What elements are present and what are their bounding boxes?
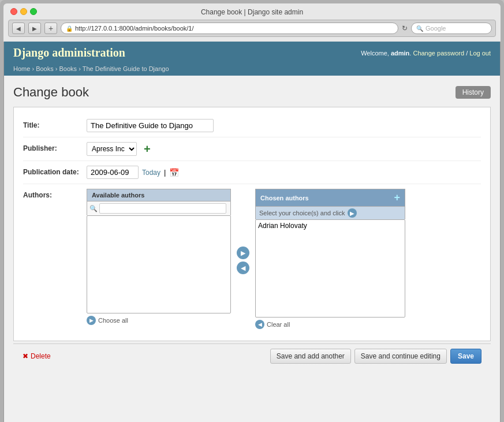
- pubdate-label: Publication date:: [23, 166, 87, 176]
- authors-widget: Available authors 🔍 ▶ Choose all: [87, 189, 481, 329]
- date-input-group: Today | 📅: [87, 166, 481, 179]
- chosen-authors-header: Chosen authors +: [255, 189, 405, 206]
- user-info: Welcome, admin. Change password / Log ou…: [361, 50, 491, 57]
- title-label: Title:: [23, 119, 87, 129]
- move-left-button[interactable]: ◀: [237, 262, 249, 274]
- chosen-authors-panel: Chosen authors + Select your choice(s) a…: [255, 189, 405, 329]
- choose-all-icon: ▶: [87, 316, 96, 325]
- admin-header: Django administration Welcome, admin. Ch…: [4, 42, 500, 64]
- username: admin: [391, 50, 409, 57]
- add-publisher-icon[interactable]: +: [144, 143, 151, 156]
- publisher-label: Publisher:: [23, 142, 87, 152]
- delete-icon: ✖: [23, 352, 28, 360]
- page-title: Change book: [13, 85, 89, 100]
- clear-all-button[interactable]: ◀ Clear all: [255, 320, 290, 329]
- clear-all-row: ◀ Clear all: [255, 320, 405, 329]
- new-tab-button[interactable]: +: [44, 23, 57, 34]
- today-link[interactable]: Today: [142, 169, 160, 177]
- search-placeholder: Google: [425, 25, 446, 32]
- breadcrumb-books-model[interactable]: Books: [59, 65, 77, 72]
- logout-link[interactable]: Log out: [469, 50, 491, 57]
- change-book-form: Title: Publisher: Apress Inc +: [13, 107, 491, 341]
- authors-row: Authors: Available authors 🔍: [23, 184, 481, 334]
- address-icon: 🔒: [66, 25, 73, 32]
- chosen-arrow-icon: ▶: [348, 208, 357, 218]
- search-bar[interactable]: 🔍 Google: [411, 23, 492, 34]
- browser-title: Change book | Django site admin: [201, 8, 303, 16]
- breadcrumb-home[interactable]: Home: [13, 65, 30, 72]
- delete-link[interactable]: ✖ Delete: [23, 352, 51, 360]
- move-right-button[interactable]: ▶: [237, 247, 249, 259]
- add-chosen-icon[interactable]: +: [394, 192, 400, 204]
- publisher-row: Publisher: Apress Inc +: [23, 137, 481, 161]
- clear-all-icon: ◀: [255, 320, 264, 329]
- authors-search-icon: 🔍: [89, 205, 98, 212]
- forward-button[interactable]: ▶: [28, 23, 41, 34]
- chosen-hint-bar: Select your choice(s) and click ▶: [255, 206, 405, 219]
- publisher-select[interactable]: Apress Inc: [87, 142, 137, 156]
- search-icon: 🔍: [416, 25, 423, 32]
- available-authors-list[interactable]: [87, 215, 231, 313]
- available-authors-header: Available authors: [87, 189, 231, 201]
- save-button[interactable]: Save: [450, 349, 481, 364]
- choose-all-button[interactable]: ▶ Choose all: [87, 316, 128, 325]
- calendar-icon[interactable]: 📅: [169, 168, 179, 177]
- change-password-link[interactable]: Change password: [413, 50, 464, 57]
- authors-search-row: 🔍: [87, 201, 231, 215]
- authors-label: Authors:: [23, 189, 87, 199]
- save-continue-button[interactable]: Save and continue editing: [354, 349, 447, 364]
- chosen-authors-list[interactable]: Adrian Holovaty: [255, 219, 405, 318]
- breadcrumb-current: The Definitive Guide to Django: [83, 65, 169, 72]
- content-header: Change book History: [13, 85, 491, 100]
- move-buttons: ▶ ◀: [234, 247, 252, 274]
- save-add-button[interactable]: Save and add another: [270, 349, 351, 364]
- refresh-button[interactable]: ↻: [402, 24, 408, 32]
- maximize-dot[interactable]: [30, 8, 37, 15]
- date-input[interactable]: [87, 166, 139, 179]
- footer-buttons: Save and add another Save and continue e…: [270, 349, 481, 364]
- url-text: http://127.0.0.1:8000/admin/books/book/1…: [75, 25, 193, 32]
- welcome-text: Welcome,: [361, 50, 391, 57]
- history-button[interactable]: History: [456, 86, 491, 99]
- back-button[interactable]: ◀: [12, 23, 25, 34]
- chosen-author-item[interactable]: Adrian Holovaty: [258, 222, 402, 230]
- title-row: Title:: [23, 114, 481, 137]
- authors-search-input[interactable]: [99, 203, 226, 214]
- pubdate-row: Publication date: Today | 📅: [23, 161, 481, 184]
- admin-title: Django administration: [13, 46, 125, 59]
- minimize-dot[interactable]: [20, 8, 27, 15]
- address-bar[interactable]: 🔒 http://127.0.0.1:8000/admin/books/book…: [61, 23, 398, 34]
- title-input[interactable]: [87, 119, 214, 132]
- available-authors-panel: Available authors 🔍 ▶ Choose all: [87, 189, 231, 325]
- choose-all-row: ▶ Choose all: [87, 316, 231, 325]
- breadcrumb-books-app[interactable]: Books: [36, 65, 54, 72]
- close-dot[interactable]: [10, 8, 17, 15]
- form-footer: ✖ Delete Save and add another Save and c…: [13, 343, 491, 368]
- breadcrumb: Home › Books › Books › The Definitive Gu…: [4, 64, 500, 76]
